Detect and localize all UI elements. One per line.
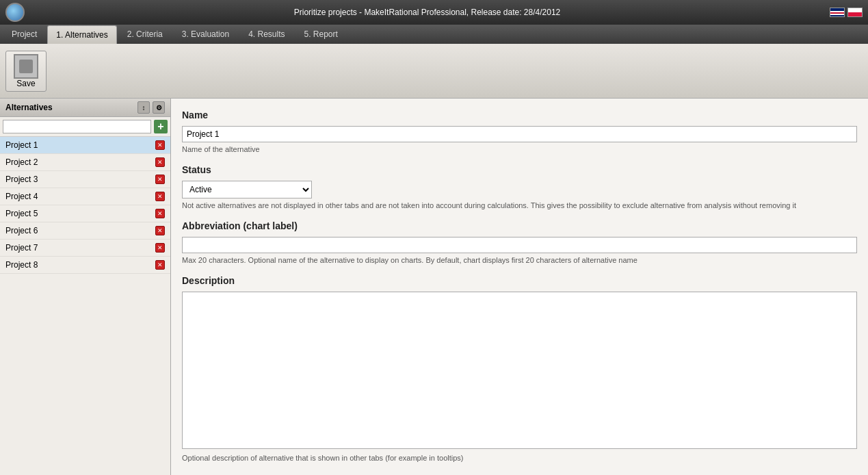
- name-hint: Name of the alternative: [182, 145, 857, 153]
- add-alternative-button[interactable]: +: [154, 120, 168, 133]
- project-label-3: Project 3: [5, 175, 151, 184]
- project-label-4: Project 4: [5, 192, 151, 201]
- settings-button[interactable]: ⚙: [153, 101, 165, 114]
- tab-4.-results[interactable]: 4. Results: [239, 25, 293, 44]
- tab-2.-criteria[interactable]: 2. Criteria: [118, 25, 172, 44]
- project-label-8: Project 8: [5, 260, 151, 270]
- delete-project-4[interactable]: ✕: [155, 192, 165, 201]
- project-item-6[interactable]: Project 6✕: [0, 222, 170, 240]
- flag-polish[interactable]: [847, 8, 863, 17]
- description-section: Description Optional description of alte…: [182, 275, 857, 462]
- tab-project[interactable]: Project: [3, 25, 46, 44]
- search-bar: +: [0, 117, 170, 137]
- project-item-1[interactable]: Project 1✕: [0, 137, 170, 154]
- project-item-3[interactable]: Project 3✕: [0, 171, 170, 188]
- status-section: Status Active Inactive Not active altern…: [182, 164, 857, 209]
- abbreviation-heading: Abbreviation (chart label): [182, 220, 857, 231]
- menu-bar: Project1. Alternatives2. Criteria3. Eval…: [0, 25, 868, 44]
- content-area: Name Name of the alternative Status Acti…: [171, 99, 868, 475]
- save-icon: [14, 54, 38, 79]
- delete-project-2[interactable]: ✕: [155, 157, 165, 167]
- app-logo: [5, 3, 25, 22]
- project-label-2: Project 2: [5, 157, 151, 167]
- project-label-7: Project 7: [5, 243, 151, 253]
- status-heading: Status: [182, 164, 857, 175]
- project-item-4[interactable]: Project 4✕: [0, 188, 170, 205]
- description-textarea[interactable]: [182, 292, 857, 449]
- delete-project-6[interactable]: ✕: [155, 226, 165, 235]
- abbreviation-hint: Max 20 characters. Optional name of the …: [182, 256, 857, 264]
- name-heading: Name: [182, 110, 857, 120]
- delete-project-1[interactable]: ✕: [155, 140, 165, 150]
- name-section: Name Name of the alternative: [182, 110, 857, 153]
- flag-english[interactable]: [830, 8, 845, 17]
- save-label: Save: [16, 79, 35, 88]
- tab-3.-evaluation[interactable]: 3. Evaluation: [173, 25, 238, 44]
- save-button[interactable]: Save: [5, 51, 47, 92]
- status-select[interactable]: Active Inactive: [182, 181, 312, 198]
- project-item-5[interactable]: Project 5✕: [0, 205, 170, 222]
- project-label-1: Project 1: [5, 140, 151, 150]
- language-flags: [830, 8, 863, 17]
- abbreviation-section: Abbreviation (chart label) Max 20 charac…: [182, 220, 857, 264]
- sidebar-title: Alternatives: [5, 103, 53, 112]
- description-heading: Description: [182, 275, 857, 286]
- delete-project-3[interactable]: ✕: [155, 175, 165, 184]
- sidebar: Alternatives ↕ ⚙ + Project 1✕Project 2✕P…: [0, 99, 171, 475]
- name-input[interactable]: [182, 126, 857, 142]
- sidebar-controls: ↕ ⚙: [137, 101, 165, 114]
- description-hint: Optional description of alternative that…: [182, 454, 857, 462]
- project-item-7[interactable]: Project 7✕: [0, 240, 170, 257]
- project-label-6: Project 6: [5, 226, 151, 235]
- search-input[interactable]: [3, 120, 151, 133]
- project-list: Project 1✕Project 2✕Project 3✕Project 4✕…: [0, 137, 170, 475]
- delete-project-7[interactable]: ✕: [155, 243, 165, 253]
- sort-button[interactable]: ↕: [137, 101, 150, 114]
- project-item-8[interactable]: Project 8✕: [0, 257, 170, 274]
- abbreviation-input[interactable]: [182, 237, 857, 253]
- status-hint: Not active alternatives are not displaye…: [182, 201, 857, 209]
- settings-icon: ⚙: [156, 104, 162, 112]
- add-icon: +: [157, 120, 163, 133]
- toolbar: Save: [0, 44, 868, 99]
- sidebar-header: Alternatives ↕ ⚙: [0, 99, 170, 117]
- project-item-2[interactable]: Project 2✕: [0, 154, 170, 171]
- window-title: Prioritize projects - MakeItRational Pro…: [25, 8, 830, 17]
- tab-5.-report[interactable]: 5. Report: [295, 25, 347, 44]
- title-bar: Prioritize projects - MakeItRational Pro…: [0, 0, 868, 25]
- main-layout: Alternatives ↕ ⚙ + Project 1✕Project 2✕P…: [0, 99, 868, 475]
- sort-icon: ↕: [142, 104, 146, 112]
- project-label-5: Project 5: [5, 209, 151, 218]
- tab-1.-alternatives[interactable]: 1. Alternatives: [47, 25, 116, 44]
- delete-project-5[interactable]: ✕: [155, 209, 165, 218]
- delete-project-8[interactable]: ✕: [155, 260, 165, 270]
